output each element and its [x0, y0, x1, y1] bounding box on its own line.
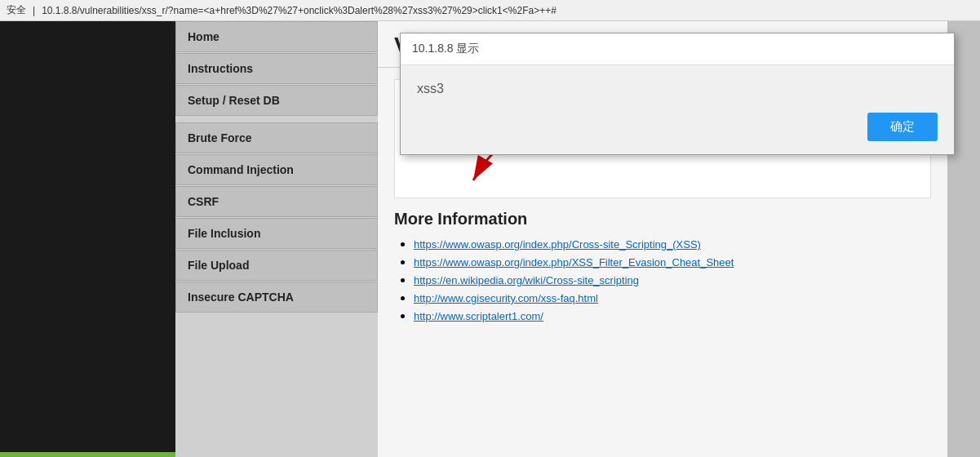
- alert-dialog: 10.1.8.8 显示 xss3 确定: [400, 33, 955, 155]
- alert-content: xss3: [417, 82, 938, 96]
- alert-site-name: 10.1.8.8 显示: [412, 42, 480, 55]
- alert-title-bar: 10.1.8.8 显示: [401, 33, 954, 65]
- alert-body: xss3 确定: [401, 65, 954, 154]
- alert-confirm-button[interactable]: 确定: [867, 113, 938, 141]
- alert-overlay: 10.1.8.8 显示 xss3 确定: [0, 0, 980, 457]
